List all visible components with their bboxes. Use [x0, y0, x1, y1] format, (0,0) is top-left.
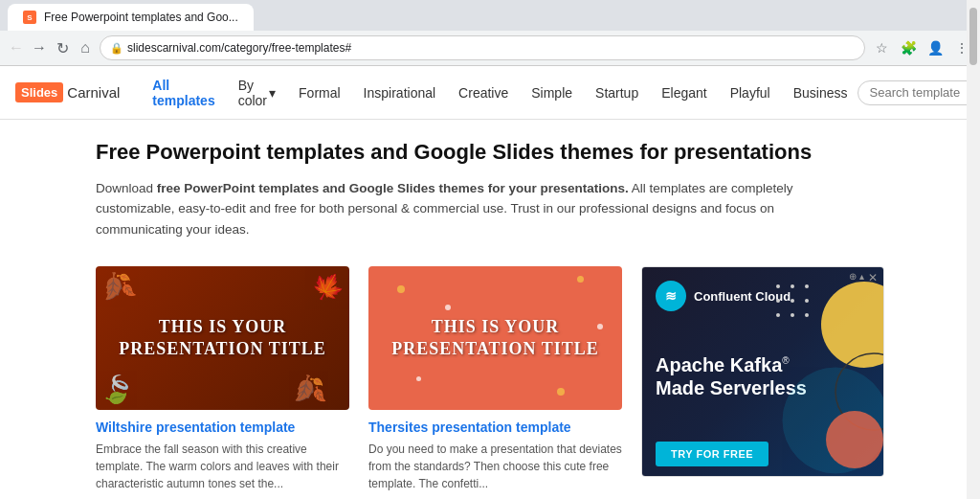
- nav-links: All templates By color ▾ Formal Inspirat…: [143, 72, 857, 114]
- confetti-dot: [445, 305, 451, 310]
- logo-slides: Slides: [15, 82, 63, 102]
- thersites-thumb-text: THIS IS YOUR PRESENTATION TITLE: [368, 316, 622, 361]
- ad-inner: ≋ Confluent Cloud Apache Kafka® Made Ser…: [642, 267, 883, 476]
- tab-favicon: S: [23, 11, 36, 24]
- scrollbar[interactable]: [967, 0, 980, 499]
- page-description: Download free PowerPoint templates and G…: [96, 178, 842, 240]
- tab-title: Free Powerpoint templates and Goo...: [44, 11, 238, 24]
- ad-headline-block: Apache Kafka® Made Serverless: [656, 353, 870, 399]
- nav-elegant[interactable]: Elegant: [652, 79, 716, 106]
- ad-subheadline: Made Serverless: [656, 376, 870, 399]
- site-logo[interactable]: Slides Carnival: [15, 82, 120, 102]
- advertisement-block: ⊕ ▴ ✕ ≋ Confluent Cloud Apache Kafka® Ma…: [641, 266, 884, 477]
- search-box[interactable]: 🔍: [858, 80, 980, 105]
- profile-button[interactable]: 👤: [924, 37, 946, 58]
- wiltshire-thumb-text: THIS IS YOUR PRESENTATION TITLE: [96, 316, 349, 361]
- nav-by-color[interactable]: By color ▾: [229, 72, 285, 114]
- bookmark-button[interactable]: ☆: [871, 37, 892, 58]
- extensions-button[interactable]: 🧩: [898, 37, 919, 58]
- logo-carnival: Carnival: [67, 84, 120, 101]
- leaf-icon-br: 🍂: [289, 372, 327, 409]
- desc-bold: free PowerPoint templates and Google Sli…: [157, 181, 629, 195]
- ad-logo-row: ≋ Confluent Cloud: [656, 281, 870, 311]
- template-card-wiltshire: 🍂 🍁 🍃 🍂 THIS IS YOUR PRESENTATION TITLE …: [96, 266, 349, 492]
- ad-brand-name: Confluent Cloud: [694, 289, 791, 304]
- template-card-thersites: THIS IS YOUR PRESENTATION TITLE Thersite…: [368, 266, 622, 492]
- ad-label: ⊕ ▴: [849, 271, 864, 282]
- nav-playful[interactable]: Playful: [721, 79, 780, 106]
- ad-headline: Apache Kafka®: [656, 353, 870, 376]
- wiltshire-thumbnail[interactable]: 🍂 🍁 🍃 🍂 THIS IS YOUR PRESENTATION TITLE: [96, 266, 349, 410]
- wiltshire-desc: Embrace the fall season with this creati…: [96, 441, 349, 492]
- back-button[interactable]: ←: [8, 39, 25, 57]
- ad-cta-button[interactable]: TRY FOR FREE: [656, 442, 768, 466]
- main-content: Free Powerpoint templates and Google Sli…: [0, 120, 980, 499]
- leaf-icon-tl: 🍂: [96, 266, 138, 307]
- url-text: slidescarnival.com/category/free-templat…: [127, 41, 351, 55]
- nav-business[interactable]: Business: [784, 79, 858, 106]
- dropdown-arrow-icon: ▾: [269, 85, 276, 101]
- desc-prefix: Download: [96, 181, 157, 195]
- nav-inspirational[interactable]: Inspirational: [354, 79, 446, 106]
- nav-startup[interactable]: Startup: [586, 79, 648, 106]
- confetti-dot: [557, 388, 565, 396]
- forward-button[interactable]: →: [31, 39, 48, 57]
- nav-all-templates[interactable]: All templates: [143, 72, 224, 114]
- thersites-title[interactable]: Thersites presentation template: [368, 420, 622, 435]
- confetti-dot: [577, 276, 584, 283]
- nav-formal[interactable]: Formal: [289, 79, 350, 106]
- ad-trademark: ®: [782, 356, 789, 367]
- nav-creative[interactable]: Creative: [449, 79, 518, 106]
- thersites-desc: Do you need to make a presentation that …: [368, 441, 622, 492]
- confetti-dot: [416, 376, 421, 381]
- nav-simple[interactable]: Simple: [522, 79, 582, 106]
- home-button[interactable]: ⌂: [77, 39, 94, 57]
- scrollbar-thumb[interactable]: [969, 8, 977, 65]
- template-grid: 🍂 🍁 🍃 🍂 THIS IS YOUR PRESENTATION TITLE …: [96, 266, 884, 492]
- reload-button[interactable]: ↻: [54, 39, 71, 57]
- lock-icon: 🔒: [110, 42, 123, 55]
- address-bar[interactable]: 🔒 slidescarnival.com/category/free-templ…: [100, 35, 865, 60]
- leaf-icon-bl: 🍃: [98, 372, 136, 409]
- wiltshire-title[interactable]: Wiltshire presentation template: [96, 420, 349, 435]
- thersites-thumbnail[interactable]: THIS IS YOUR PRESENTATION TITLE: [368, 266, 622, 410]
- confetti-dot: [397, 285, 405, 293]
- leaf-icon-tr: 🍁: [305, 266, 349, 309]
- search-input[interactable]: [870, 85, 980, 100]
- ad-logo-icon: ≋: [656, 281, 686, 311]
- browser-tab[interactable]: S Free Powerpoint templates and Goo...: [8, 4, 254, 31]
- page-title: Free Powerpoint templates and Google Sli…: [96, 139, 884, 167]
- ad-close-button[interactable]: ✕: [868, 271, 878, 284]
- site-nav: Slides Carnival All templates By color ▾…: [0, 66, 980, 120]
